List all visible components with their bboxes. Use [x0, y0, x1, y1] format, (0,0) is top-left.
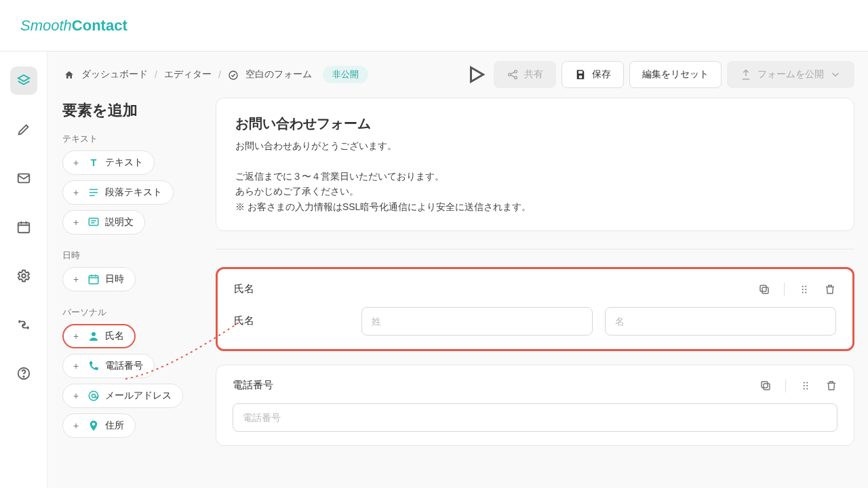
- chevron-down-icon: [829, 68, 842, 81]
- svg-point-11: [92, 332, 96, 336]
- chip-email[interactable]: + メールアドレス: [62, 384, 183, 408]
- plus-icon: +: [70, 330, 82, 342]
- chip-paragraph[interactable]: + 段落テキスト: [62, 180, 174, 205]
- workspace: 要素を追加 テキスト + T テキスト + 段落テキスト: [47, 98, 868, 488]
- calendar-icon: [87, 273, 100, 285]
- svg-point-2: [22, 274, 26, 278]
- chip-text[interactable]: + T テキスト: [62, 150, 155, 175]
- svg-point-12: [89, 391, 98, 401]
- upload-icon: [740, 68, 752, 81]
- save-label: 保存: [592, 68, 611, 81]
- svg-rect-14: [762, 287, 768, 293]
- form-description: お問い合わせありがとうございます。 ご返信までに３〜４営業日いただいております。…: [235, 138, 835, 214]
- save-icon: [574, 68, 587, 81]
- field-phone-card[interactable]: 電話番号: [216, 365, 854, 446]
- crumb-editor[interactable]: エディター: [164, 68, 212, 81]
- chip-paragraph-label: 段落テキスト: [105, 186, 162, 199]
- svg-point-28: [804, 388, 805, 389]
- chip-description[interactable]: + 説明文: [62, 210, 145, 235]
- chip-datetime-label: 日時: [105, 273, 124, 285]
- reset-button[interactable]: 編集をリセット: [629, 61, 722, 88]
- brand-bar: SmoothContact: [0, 0, 868, 52]
- field-tools: [758, 283, 836, 296]
- svg-point-13: [92, 394, 95, 397]
- last-name-input[interactable]: [361, 307, 593, 336]
- field-name-card[interactable]: 氏名 氏名: [216, 267, 854, 351]
- plus-icon: +: [70, 157, 82, 169]
- svg-point-29: [806, 388, 808, 389]
- copy-icon[interactable]: [760, 380, 772, 392]
- chip-phone-label: 電話番号: [105, 360, 143, 372]
- chip-name[interactable]: + 氏名: [62, 324, 136, 348]
- plus-icon: +: [70, 216, 82, 228]
- tool-sep: [785, 379, 786, 392]
- rail-integration[interactable]: [10, 310, 37, 339]
- svg-point-16: [802, 285, 804, 287]
- tool-sep: [784, 283, 785, 296]
- chip-address-label: 住所: [105, 420, 124, 432]
- content-column: ダッシュボード / エディター / 空白のフォーム 非公開 共有 保存 編: [47, 52, 868, 488]
- publish-button[interactable]: フォームを公開: [727, 61, 854, 88]
- chip-name-label: 氏名: [105, 330, 124, 342]
- trash-icon[interactable]: [824, 283, 836, 296]
- svg-rect-15: [760, 285, 766, 291]
- elements-panel: 要素を追加 テキスト + T テキスト + 段落テキスト: [47, 98, 216, 488]
- crumb-sep: /: [155, 69, 157, 80]
- field-name-label: 氏名: [234, 314, 349, 327]
- rail-settings[interactable]: [10, 262, 37, 290]
- calendar-icon: [16, 220, 31, 235]
- share-button[interactable]: 共有: [494, 61, 556, 88]
- home-icon: [64, 68, 75, 80]
- status-badge: 非公開: [323, 66, 368, 83]
- text-icon: T: [87, 157, 100, 169]
- chip-phone[interactable]: + 電話番号: [62, 354, 155, 378]
- svg-rect-10: [89, 276, 98, 284]
- pencil-icon: [16, 122, 31, 137]
- field-name-title: 氏名: [234, 283, 254, 296]
- at-icon: [87, 390, 100, 402]
- chip-address[interactable]: + 住所: [62, 413, 136, 438]
- field-phone-title: 電話番号: [233, 379, 273, 392]
- phone-input[interactable]: [233, 403, 837, 432]
- publish-label: フォームを公開: [757, 68, 824, 81]
- crumb-dashboard[interactable]: ダッシュボード: [81, 68, 148, 81]
- layers-icon: [16, 73, 31, 88]
- pin-icon: [87, 420, 100, 432]
- trash-icon[interactable]: [825, 380, 837, 392]
- reset-label: 編集をリセット: [642, 68, 709, 81]
- group-datetime-label: 日時: [62, 249, 209, 262]
- svg-point-4: [23, 376, 24, 377]
- share-icon: [507, 68, 519, 81]
- form-canvas: お問い合わせフォーム お問い合わせありがとうございます。 ご返信までに３〜４営業…: [216, 98, 868, 488]
- svg-rect-9: [89, 218, 98, 226]
- left-rail: [0, 52, 47, 488]
- first-name-input[interactable]: [605, 307, 836, 336]
- help-icon: [16, 366, 31, 381]
- rail-calendar[interactable]: [10, 213, 37, 241]
- drag-icon[interactable]: [798, 283, 810, 296]
- chip-description-label: 説明文: [105, 216, 134, 228]
- share-label: 共有: [524, 68, 543, 81]
- paragraph-icon: [87, 186, 100, 199]
- form-header-card[interactable]: お問い合わせフォーム お問い合わせありがとうございます。 ご返信までに３〜４営業…: [216, 98, 854, 231]
- rail-edit[interactable]: [10, 115, 37, 144]
- rail-mail[interactable]: [10, 164, 37, 192]
- main: ダッシュボード / エディター / 空白のフォーム 非公開 共有 保存 編: [0, 52, 868, 488]
- mail-icon: [16, 171, 31, 186]
- svg-point-18: [802, 289, 804, 290]
- rail-layers[interactable]: [10, 66, 37, 95]
- drag-icon[interactable]: [800, 380, 812, 392]
- rail-help[interactable]: [10, 359, 37, 388]
- panel-title: 要素を追加: [62, 100, 209, 121]
- brand-contact: Contact: [72, 17, 127, 34]
- brand-logo: SmoothContact: [20, 17, 127, 35]
- copy-icon[interactable]: [758, 283, 770, 296]
- plus-icon: +: [70, 360, 82, 372]
- plus-icon: +: [70, 390, 82, 402]
- svg-point-20: [802, 291, 804, 293]
- preview-button[interactable]: [464, 62, 488, 87]
- phone-icon: [87, 360, 100, 372]
- save-button[interactable]: 保存: [561, 61, 624, 88]
- group-text-label: テキスト: [62, 133, 209, 145]
- chip-datetime[interactable]: + 日時: [62, 267, 136, 291]
